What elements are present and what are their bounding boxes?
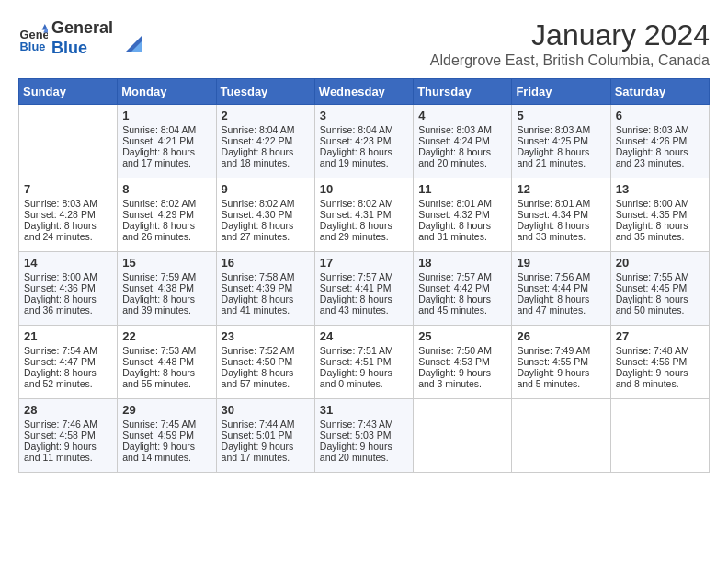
sunrise-text: Sunrise: 8:03 AM <box>24 198 112 209</box>
daylight-text: Daylight: 9 hours and 8 minutes. <box>616 367 704 389</box>
daylight-text: Daylight: 8 hours and 50 minutes. <box>616 293 704 316</box>
sunrise-text: Sunrise: 7:49 AM <box>517 345 605 356</box>
sunrise-text: Sunrise: 7:44 AM <box>222 419 310 430</box>
daylight-text: Daylight: 8 hours and 41 minutes. <box>222 293 310 316</box>
day-number: 24 <box>320 329 408 343</box>
sunset-text: Sunset: 4:56 PM <box>616 356 704 367</box>
day-number: 8 <box>122 182 210 196</box>
calendar-cell: 12Sunrise: 8:01 AMSunset: 4:34 PMDayligh… <box>512 178 610 252</box>
sunrise-text: Sunrise: 8:03 AM <box>616 124 704 135</box>
calendar-cell: 22Sunrise: 7:53 AMSunset: 4:48 PMDayligh… <box>118 326 216 399</box>
calendar-cell: 10Sunrise: 8:02 AMSunset: 4:31 PMDayligh… <box>314 178 413 252</box>
calendar-cell <box>19 105 118 178</box>
calendar-cell: 27Sunrise: 7:48 AMSunset: 4:56 PMDayligh… <box>610 326 709 399</box>
sunrise-text: Sunrise: 8:04 AM <box>320 124 408 135</box>
calendar-cell: 26Sunrise: 7:49 AMSunset: 4:55 PMDayligh… <box>512 326 610 399</box>
daylight-text: Daylight: 8 hours and 24 minutes. <box>24 220 112 242</box>
calendar-cell: 6Sunrise: 8:03 AMSunset: 4:26 PMDaylight… <box>610 105 709 178</box>
calendar-cell: 5Sunrise: 8:03 AMSunset: 4:25 PMDaylight… <box>512 105 610 178</box>
sunrise-text: Sunrise: 8:02 AM <box>222 198 310 209</box>
calendar-week-row: 28Sunrise: 7:46 AMSunset: 4:58 PMDayligh… <box>19 399 710 473</box>
sunrise-text: Sunrise: 7:59 AM <box>122 271 210 282</box>
day-header-wednesday: Wednesday <box>314 79 413 105</box>
sunset-text: Sunset: 4:26 PM <box>616 135 704 146</box>
calendar-cell: 14Sunrise: 8:00 AMSunset: 4:36 PMDayligh… <box>19 252 118 326</box>
sunrise-text: Sunrise: 7:57 AM <box>418 271 506 282</box>
sunrise-text: Sunrise: 7:48 AM <box>616 345 704 356</box>
sunset-text: Sunset: 4:32 PM <box>418 209 506 220</box>
sunset-text: Sunset: 4:30 PM <box>222 209 310 220</box>
sunrise-text: Sunrise: 8:01 AM <box>517 198 605 209</box>
calendar-cell: 7Sunrise: 8:03 AMSunset: 4:28 PMDaylight… <box>19 178 118 252</box>
day-number: 4 <box>418 109 506 122</box>
daylight-text: Daylight: 8 hours and 18 minutes. <box>222 146 310 168</box>
sunrise-text: Sunrise: 7:57 AM <box>320 271 408 282</box>
day-number: 2 <box>222 109 310 122</box>
daylight-text: Daylight: 9 hours and 20 minutes. <box>320 441 408 463</box>
calendar-cell: 17Sunrise: 7:57 AMSunset: 4:41 PMDayligh… <box>314 252 413 326</box>
day-number: 16 <box>222 256 310 270</box>
day-number: 20 <box>616 256 704 270</box>
sunset-text: Sunset: 4:50 PM <box>222 356 310 367</box>
daylight-text: Daylight: 9 hours and 11 minutes. <box>24 441 112 463</box>
sunrise-text: Sunrise: 7:53 AM <box>122 345 210 356</box>
daylight-text: Daylight: 8 hours and 31 minutes. <box>418 220 506 242</box>
day-header-thursday: Thursday <box>414 79 512 105</box>
day-header-sunday: Sunday <box>19 79 118 105</box>
daylight-text: Daylight: 8 hours and 29 minutes. <box>320 220 408 242</box>
calendar-week-row: 21Sunrise: 7:54 AMSunset: 4:47 PMDayligh… <box>19 326 710 399</box>
calendar-cell: 4Sunrise: 8:03 AMSunset: 4:24 PMDaylight… <box>414 105 512 178</box>
day-number: 12 <box>517 182 605 196</box>
sunrise-text: Sunrise: 8:02 AM <box>122 198 210 209</box>
daylight-text: Daylight: 8 hours and 36 minutes. <box>24 293 112 316</box>
calendar-cell: 9Sunrise: 8:02 AMSunset: 4:30 PMDaylight… <box>216 178 314 252</box>
day-number: 29 <box>122 403 210 417</box>
day-header-tuesday: Tuesday <box>216 79 314 105</box>
calendar-week-row: 1Sunrise: 8:04 AMSunset: 4:21 PMDaylight… <box>19 105 710 178</box>
day-header-saturday: Saturday <box>610 79 709 105</box>
day-number: 17 <box>320 256 408 270</box>
day-number: 26 <box>517 329 605 343</box>
sunrise-text: Sunrise: 8:00 AM <box>24 271 112 282</box>
day-number: 22 <box>122 329 210 343</box>
logo-triangle-icon <box>117 26 142 52</box>
daylight-text: Daylight: 8 hours and 27 minutes. <box>222 220 310 242</box>
day-number: 7 <box>24 182 112 196</box>
day-number: 10 <box>320 182 408 196</box>
sunset-text: Sunset: 4:47 PM <box>24 356 112 367</box>
calendar-cell: 8Sunrise: 8:02 AMSunset: 4:29 PMDaylight… <box>118 178 216 252</box>
calendar-cell: 16Sunrise: 7:58 AMSunset: 4:39 PMDayligh… <box>216 252 314 326</box>
sunrise-text: Sunrise: 7:54 AM <box>24 345 112 356</box>
sunset-text: Sunset: 4:36 PM <box>24 282 112 293</box>
day-number: 13 <box>616 182 704 196</box>
logo: General Blue General Blue <box>18 18 142 58</box>
daylight-text: Daylight: 8 hours and 47 minutes. <box>517 293 605 316</box>
sunset-text: Sunset: 4:44 PM <box>517 282 605 293</box>
sunrise-text: Sunrise: 7:58 AM <box>222 271 310 282</box>
page-header: General Blue General Blue January 2024 A… <box>18 18 710 69</box>
daylight-text: Daylight: 8 hours and 33 minutes. <box>517 220 605 242</box>
sunrise-text: Sunrise: 7:45 AM <box>122 419 210 430</box>
daylight-text: Daylight: 8 hours and 57 minutes. <box>222 367 310 389</box>
day-number: 18 <box>418 256 506 270</box>
calendar-header-row: SundayMondayTuesdayWednesdayThursdayFrid… <box>19 79 710 105</box>
sunrise-text: Sunrise: 8:03 AM <box>517 124 605 135</box>
sunset-text: Sunset: 4:51 PM <box>320 356 408 367</box>
calendar-week-row: 7Sunrise: 8:03 AMSunset: 4:28 PMDaylight… <box>19 178 710 252</box>
daylight-text: Daylight: 8 hours and 52 minutes. <box>24 367 112 389</box>
daylight-text: Daylight: 8 hours and 43 minutes. <box>320 293 408 316</box>
sunset-text: Sunset: 4:22 PM <box>222 135 310 146</box>
day-header-monday: Monday <box>118 79 216 105</box>
daylight-text: Daylight: 9 hours and 17 minutes. <box>222 441 310 463</box>
calendar-cell: 23Sunrise: 7:52 AMSunset: 4:50 PMDayligh… <box>216 326 314 399</box>
sunset-text: Sunset: 5:03 PM <box>320 430 408 441</box>
daylight-text: Daylight: 8 hours and 55 minutes. <box>122 367 210 389</box>
day-number: 23 <box>222 329 310 343</box>
daylight-text: Daylight: 9 hours and 14 minutes. <box>122 441 210 463</box>
sunset-text: Sunset: 4:41 PM <box>320 282 408 293</box>
sunset-text: Sunset: 4:38 PM <box>122 282 210 293</box>
sunset-text: Sunset: 4:45 PM <box>616 282 704 293</box>
day-number: 9 <box>222 182 310 196</box>
sunset-text: Sunset: 4:39 PM <box>222 282 310 293</box>
day-number: 30 <box>222 403 310 417</box>
